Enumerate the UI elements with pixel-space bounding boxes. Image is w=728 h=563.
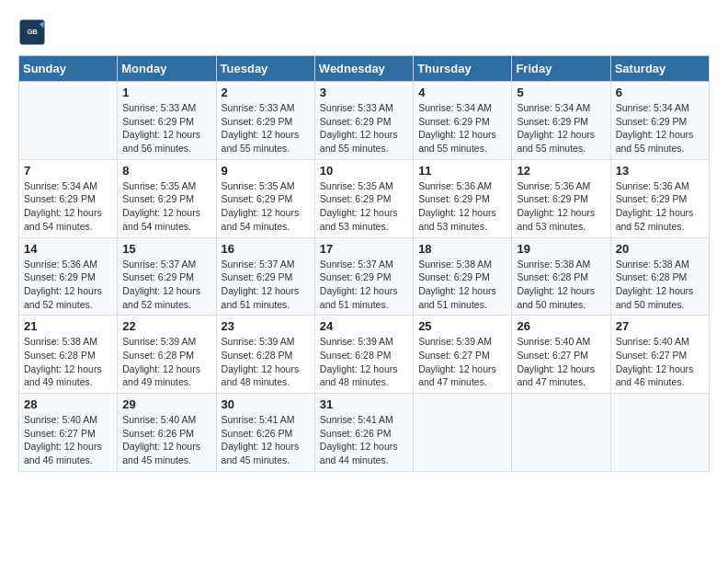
header-cell-monday: Monday [118,56,216,82]
day-number: 3 [320,86,408,99]
calendar-week-4: 28Sunrise: 5:40 AMSunset: 6:27 PMDayligh… [19,394,710,472]
day-info: Sunrise: 5:36 AMSunset: 6:29 PMDaylight:… [418,179,506,234]
calendar-cell: 11Sunrise: 5:36 AMSunset: 6:29 PMDayligh… [414,159,512,237]
day-info: Sunrise: 5:39 AMSunset: 6:28 PMDaylight:… [222,335,310,389]
calendar-cell: 19Sunrise: 5:38 AMSunset: 6:28 PMDayligh… [512,237,610,316]
header-cell-sunday: Sunday [19,56,118,82]
day-number: 16 [222,242,310,256]
day-number: 18 [418,242,506,256]
day-number: 21 [24,319,112,333]
day-info: Sunrise: 5:37 AMSunset: 6:29 PMDaylight:… [320,258,408,312]
day-number: 14 [24,242,112,256]
day-info: Sunrise: 5:36 AMSunset: 6:29 PMDaylight:… [517,179,605,234]
day-number: 20 [616,242,704,256]
calendar-cell: 30Sunrise: 5:41 AMSunset: 6:26 PMDayligh… [216,394,314,472]
day-info: Sunrise: 5:33 AMSunset: 6:29 PMDaylight:… [320,101,408,155]
calendar-cell: 14Sunrise: 5:36 AMSunset: 6:29 PMDayligh… [19,237,118,316]
calendar-cell: 31Sunrise: 5:41 AMSunset: 6:26 PMDayligh… [314,394,413,472]
day-number: 29 [122,397,210,411]
calendar-cell [414,394,512,472]
day-info: Sunrise: 5:35 AMSunset: 6:29 PMDaylight:… [122,179,210,234]
calendar-cell: 13Sunrise: 5:36 AMSunset: 6:29 PMDayligh… [610,159,709,237]
day-number: 11 [418,164,506,178]
day-number: 25 [418,319,506,333]
calendar-cell: 27Sunrise: 5:40 AMSunset: 6:27 PMDayligh… [610,316,709,394]
calendar-cell: 15Sunrise: 5:37 AMSunset: 6:29 PMDayligh… [118,237,216,316]
header-cell-friday: Friday [512,56,610,82]
calendar-cell: 1Sunrise: 5:33 AMSunset: 6:29 PMDaylight… [118,82,216,160]
day-info: Sunrise: 5:37 AMSunset: 6:29 PMDaylight:… [122,258,210,312]
calendar-cell [610,394,709,472]
day-number: 4 [418,86,506,99]
calendar-week-2: 14Sunrise: 5:36 AMSunset: 6:29 PMDayligh… [19,237,710,316]
day-info: Sunrise: 5:39 AMSunset: 6:28 PMDaylight:… [122,335,210,389]
calendar-header-row: SundayMondayTuesdayWednesdayThursdayFrid… [19,56,710,82]
day-number: 28 [24,397,112,411]
calendar-cell: 4Sunrise: 5:34 AMSunset: 6:29 PMDaylight… [414,82,512,160]
day-number: 30 [222,397,310,411]
day-info: Sunrise: 5:38 AMSunset: 6:28 PMDaylight:… [517,258,605,312]
day-info: Sunrise: 5:33 AMSunset: 6:29 PMDaylight:… [122,101,210,155]
day-number: 31 [320,397,408,411]
calendar-week-0: 1Sunrise: 5:33 AMSunset: 6:29 PMDaylight… [19,82,710,160]
day-info: Sunrise: 5:41 AMSunset: 6:26 PMDaylight:… [320,413,408,467]
day-info: Sunrise: 5:39 AMSunset: 6:28 PMDaylight:… [320,335,408,389]
calendar-cell: 3Sunrise: 5:33 AMSunset: 6:29 PMDaylight… [314,82,413,160]
calendar-cell: 20Sunrise: 5:38 AMSunset: 6:28 PMDayligh… [610,237,709,316]
day-info: Sunrise: 5:36 AMSunset: 6:29 PMDaylight:… [616,179,704,234]
day-info: Sunrise: 5:40 AMSunset: 6:26 PMDaylight:… [122,413,210,467]
day-number: 1 [122,86,210,99]
day-info: Sunrise: 5:38 AMSunset: 6:29 PMDaylight:… [418,258,506,312]
day-number: 7 [24,164,112,178]
day-info: Sunrise: 5:33 AMSunset: 6:29 PMDaylight:… [222,101,310,155]
calendar-week-1: 7Sunrise: 5:34 AMSunset: 6:29 PMDaylight… [19,159,710,237]
calendar-cell: 25Sunrise: 5:39 AMSunset: 6:27 PMDayligh… [414,316,512,394]
calendar-cell: 24Sunrise: 5:39 AMSunset: 6:28 PMDayligh… [314,316,413,394]
calendar-cell: 23Sunrise: 5:39 AMSunset: 6:28 PMDayligh… [216,316,314,394]
calendar-body: 1Sunrise: 5:33 AMSunset: 6:29 PMDaylight… [19,82,710,472]
day-number: 13 [616,164,704,178]
day-number: 2 [222,86,310,99]
header-cell-tuesday: Tuesday [216,56,314,82]
logo-icon: GB [18,18,46,46]
calendar-week-3: 21Sunrise: 5:38 AMSunset: 6:28 PMDayligh… [19,316,710,394]
day-number: 27 [616,319,704,333]
day-info: Sunrise: 5:40 AMSunset: 6:27 PMDaylight:… [517,335,605,389]
day-number: 17 [320,242,408,256]
header-cell-wednesday: Wednesday [314,56,413,82]
day-info: Sunrise: 5:35 AMSunset: 6:29 PMDaylight:… [320,179,408,234]
day-info: Sunrise: 5:36 AMSunset: 6:29 PMDaylight:… [24,258,112,312]
day-info: Sunrise: 5:39 AMSunset: 6:27 PMDaylight:… [418,335,506,389]
calendar-cell: 29Sunrise: 5:40 AMSunset: 6:26 PMDayligh… [118,394,216,472]
day-info: Sunrise: 5:40 AMSunset: 6:27 PMDaylight:… [24,413,112,467]
day-number: 15 [122,242,210,256]
header-cell-saturday: Saturday [610,56,709,82]
day-info: Sunrise: 5:37 AMSunset: 6:29 PMDaylight:… [222,258,310,312]
day-number: 8 [122,164,210,178]
day-info: Sunrise: 5:38 AMSunset: 6:28 PMDaylight:… [24,335,112,389]
day-info: Sunrise: 5:34 AMSunset: 6:29 PMDaylight:… [418,101,506,155]
day-info: Sunrise: 5:34 AMSunset: 6:29 PMDaylight:… [616,101,704,155]
calendar-cell: 2Sunrise: 5:33 AMSunset: 6:29 PMDaylight… [216,82,314,160]
calendar-cell: 16Sunrise: 5:37 AMSunset: 6:29 PMDayligh… [216,237,314,316]
calendar-cell: 12Sunrise: 5:36 AMSunset: 6:29 PMDayligh… [512,159,610,237]
day-info: Sunrise: 5:38 AMSunset: 6:28 PMDaylight:… [616,258,704,312]
calendar-cell: 9Sunrise: 5:35 AMSunset: 6:29 PMDaylight… [216,159,314,237]
calendar-cell: 8Sunrise: 5:35 AMSunset: 6:29 PMDaylight… [118,159,216,237]
day-number: 23 [222,319,310,333]
calendar-cell: 18Sunrise: 5:38 AMSunset: 6:29 PMDayligh… [414,237,512,316]
day-info: Sunrise: 5:34 AMSunset: 6:29 PMDaylight:… [517,101,605,155]
calendar-cell [19,82,118,160]
day-number: 24 [320,319,408,333]
day-info: Sunrise: 5:34 AMSunset: 6:29 PMDaylight:… [24,179,112,234]
svg-text:GB: GB [27,28,38,36]
day-number: 26 [517,319,605,333]
calendar-cell [512,394,610,472]
calendar-cell: 22Sunrise: 5:39 AMSunset: 6:28 PMDayligh… [118,316,216,394]
header-cell-thursday: Thursday [414,56,512,82]
day-number: 22 [122,319,210,333]
calendar-cell: 17Sunrise: 5:37 AMSunset: 6:29 PMDayligh… [314,237,413,316]
page-header: GB [18,18,710,46]
calendar-cell: 21Sunrise: 5:38 AMSunset: 6:28 PMDayligh… [19,316,118,394]
day-number: 9 [222,164,310,178]
